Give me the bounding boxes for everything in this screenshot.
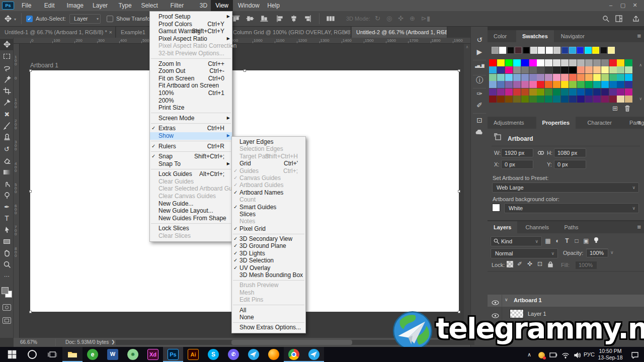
libraries-panel-icon[interactable] xyxy=(471,129,488,137)
menu-item-count[interactable]: Count xyxy=(232,196,305,203)
swatch[interactable] xyxy=(585,66,593,73)
3d-pan-icon[interactable]: ✜ xyxy=(398,15,404,22)
history-panel-icon[interactable]: ↺ xyxy=(471,36,488,44)
swatch[interactable] xyxy=(529,59,537,66)
menubar-item-edit[interactable]: Edit xyxy=(40,0,59,11)
swatches-tab-color[interactable]: Color xyxy=(488,30,513,42)
menu-item-200[interactable]: 200% xyxy=(150,97,232,105)
swatch[interactable] xyxy=(521,96,529,103)
filter-shape-layers-icon[interactable]: □ xyxy=(573,237,581,244)
swatch[interactable] xyxy=(529,81,537,88)
tray-action-center-icon[interactable] xyxy=(629,347,641,362)
menu-item-artboard-names[interactable]: ✓Artboard Names xyxy=(232,189,305,196)
swatch[interactable] xyxy=(593,96,601,103)
swatch[interactable] xyxy=(489,81,497,88)
swatch[interactable] xyxy=(513,74,521,81)
3d-slide-icon[interactable]: ⊕ xyxy=(410,15,415,22)
menubar-item-3d[interactable]: 3D xyxy=(195,0,212,11)
recent-swatch[interactable] xyxy=(600,47,607,54)
recent-swatch[interactable] xyxy=(569,47,576,54)
menu-item-mesh[interactable]: Mesh xyxy=(232,289,305,296)
lock-pixels-icon[interactable]: ✐ xyxy=(516,260,524,267)
swatch[interactable] xyxy=(545,59,552,66)
menubar-item-layer[interactable]: Layer xyxy=(88,0,112,11)
swatch[interactable] xyxy=(553,66,560,73)
swatch[interactable] xyxy=(609,74,617,81)
menu-item-pixel-grid[interactable]: ✓Pixel Grid xyxy=(232,225,305,232)
tool-preset-caret-icon[interactable]: ▾ xyxy=(14,17,16,22)
taskbar-evernote-icon[interactable]: e xyxy=(83,347,103,362)
swatch[interactable] xyxy=(601,66,609,73)
swatch[interactable] xyxy=(553,96,560,103)
hand-tool[interactable] xyxy=(0,247,14,259)
taskbar-illustrator-icon[interactable]: Ai xyxy=(183,347,203,362)
swatch[interactable] xyxy=(489,59,497,66)
taskbar-file-explorer-icon[interactable] xyxy=(62,347,83,362)
visibility-eye-icon[interactable] xyxy=(492,298,499,307)
menu-item-layer-edges[interactable]: Layer Edges xyxy=(232,138,305,145)
swatch[interactable] xyxy=(593,81,601,88)
filter-type-layers-icon[interactable]: T xyxy=(563,237,571,244)
swatch[interactable] xyxy=(553,81,560,88)
swatch[interactable] xyxy=(529,96,537,103)
menu-item-fit-artboard-on-screen[interactable]: Fit Artboard on Screen xyxy=(150,82,232,89)
swatch[interactable] xyxy=(505,88,513,96)
eraser-tool[interactable] xyxy=(0,155,14,166)
menu-item-all[interactable]: All xyxy=(232,307,305,314)
collapse-chevron-icon[interactable]: ∨ xyxy=(505,297,508,302)
swatch[interactable] xyxy=(609,96,617,103)
link-dimensions-icon[interactable] xyxy=(537,149,545,158)
menu-item-clear-canvas-guides[interactable]: Clear Canvas Guides xyxy=(150,193,232,200)
menu-item-3d-mesh-bounding-box[interactable]: 3D Mesh Bounding Box xyxy=(232,272,305,279)
swatch[interactable] xyxy=(625,88,632,96)
opacity-field[interactable]: 100% xyxy=(586,248,608,257)
dodge-tool[interactable] xyxy=(0,190,14,201)
swatches-tab-swatches[interactable]: Swatches xyxy=(516,30,554,42)
move-tool-icon[interactable] xyxy=(4,15,12,24)
swatch[interactable] xyxy=(513,81,521,88)
swatch[interactable] xyxy=(553,59,560,66)
rectangle-tool[interactable] xyxy=(0,236,14,247)
new-swatch-icon[interactable]: ⊞ xyxy=(612,105,618,112)
taskbar-chrome-icon[interactable] xyxy=(284,347,304,362)
filter-toggle-icon[interactable] xyxy=(592,237,600,245)
swatch[interactable] xyxy=(625,74,632,81)
taskbar-cortana-icon[interactable] xyxy=(22,347,42,362)
swatch[interactable] xyxy=(561,59,569,66)
swatch[interactable] xyxy=(497,81,505,88)
lasso-tool[interactable] xyxy=(0,62,14,74)
close-button[interactable]: ✕ xyxy=(629,0,641,10)
menu-item-proof-colors[interactable]: Proof ColorsCtrl+Y xyxy=(150,21,232,28)
swatch[interactable] xyxy=(545,66,552,73)
move-tool[interactable] xyxy=(0,39,14,50)
brush-tool[interactable] xyxy=(0,120,14,132)
swatches-tab-navigator[interactable]: Navigator xyxy=(555,30,591,42)
layer-name[interactable]: Layer 1 xyxy=(528,311,546,317)
recent-swatch[interactable] xyxy=(561,47,569,54)
document-tab-untitled-2[interactable]: Untitled-2 @ 66.7% (Artboard 1, RGB/8)× xyxy=(352,27,447,38)
menubar-item-view[interactable]: View xyxy=(211,0,233,11)
auto-select-checkbox[interactable]: ✓ xyxy=(26,16,33,22)
recent-swatch[interactable] xyxy=(499,47,506,54)
menubar-item-type[interactable]: Type xyxy=(114,0,136,11)
taskbar-start-button[interactable] xyxy=(2,347,22,362)
tray-chevron-up-icon[interactable]: ∧ xyxy=(524,347,534,362)
swatch[interactable] xyxy=(561,66,569,73)
swatch[interactable] xyxy=(497,66,505,73)
panel-menu-icon[interactable]: ≡ xyxy=(637,119,641,126)
menu-item-snap-to[interactable]: Snap To▶ xyxy=(150,160,232,168)
swatch[interactable] xyxy=(625,66,632,73)
scrollbar-thumb[interactable] xyxy=(231,340,352,345)
panel-menu-icon[interactable]: ≡ xyxy=(637,223,641,231)
swatch[interactable] xyxy=(601,74,609,81)
swatch[interactable] xyxy=(537,59,544,66)
menu-item-new-guide-layout[interactable]: New Guide Layout... xyxy=(150,207,232,215)
bg-color-dropdown[interactable]: White∨ xyxy=(504,203,639,213)
menu-item-new-guides-from-shape[interactable]: New Guides From Shape xyxy=(150,215,232,222)
swatch[interactable] xyxy=(593,66,601,73)
recent-swatch[interactable] xyxy=(585,47,592,54)
align-bottom-edges-icon[interactable] xyxy=(260,15,270,23)
swatch[interactable] xyxy=(521,66,529,73)
scroll-down-icon[interactable]: ∨ xyxy=(639,97,642,101)
swatch[interactable] xyxy=(497,74,505,81)
